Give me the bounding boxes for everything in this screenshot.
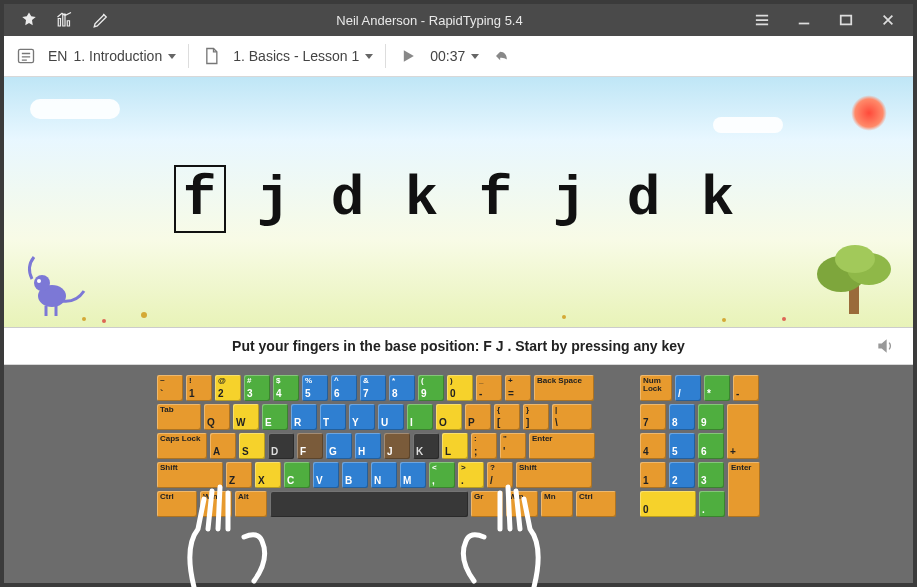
key-space[interactable]: [270, 491, 468, 517]
key-b[interactable]: B: [342, 462, 368, 488]
key-9[interactable]: 9: [698, 404, 724, 430]
key-[interactable]: <,: [429, 462, 455, 488]
key-6[interactable]: ^6: [331, 375, 357, 401]
speaker-icon[interactable]: [875, 336, 895, 356]
key-[interactable]: +: [727, 404, 759, 459]
key-[interactable]: {[: [494, 404, 520, 430]
key-win[interactable]: Win: [200, 491, 232, 517]
key-x[interactable]: X: [255, 462, 281, 488]
key-[interactable]: -: [733, 375, 759, 401]
key-ctrl[interactable]: Ctrl: [157, 491, 197, 517]
key-0[interactable]: 0: [640, 491, 696, 517]
key-d[interactable]: D: [268, 433, 294, 459]
key-t[interactable]: T: [320, 404, 346, 430]
key-6[interactable]: 6: [698, 433, 724, 459]
key-l[interactable]: L: [442, 433, 468, 459]
key-3[interactable]: #3: [244, 375, 270, 401]
key-5[interactable]: 5: [669, 433, 695, 459]
key-m[interactable]: M: [400, 462, 426, 488]
key-o[interactable]: O: [436, 404, 462, 430]
key-[interactable]: "': [500, 433, 526, 459]
key-[interactable]: :;: [471, 433, 497, 459]
key-a[interactable]: A: [210, 433, 236, 459]
key-mn[interactable]: Mn: [541, 491, 573, 517]
key-8[interactable]: 8: [669, 404, 695, 430]
key-5[interactable]: %5: [302, 375, 328, 401]
key-n[interactable]: N: [371, 462, 397, 488]
key-[interactable]: >.: [458, 462, 484, 488]
key-z[interactable]: Z: [226, 462, 252, 488]
key-[interactable]: *: [704, 375, 730, 401]
keyboard-row1: ~`!1@2#3$4%5^6&7*8(9)0_-+=Back Space: [157, 375, 616, 401]
titlebar-left: [4, 11, 110, 29]
key-7[interactable]: &7: [360, 375, 386, 401]
lesson-selector[interactable]: 1. Basics - Lesson 1: [233, 48, 373, 64]
key-2[interactable]: @2: [215, 375, 241, 401]
key-1[interactable]: !1: [186, 375, 212, 401]
svg-point-3: [34, 275, 50, 291]
keyboard-panel: ~`!1@2#3$4%5^6&7*8(9)0_-+=Back SpaceTabQ…: [4, 365, 913, 583]
key-4[interactable]: 4: [640, 433, 666, 459]
key-7[interactable]: 7: [640, 404, 666, 430]
key-shift[interactable]: Shift: [157, 462, 223, 488]
key-8[interactable]: *8: [389, 375, 415, 401]
key-alt[interactable]: Alt: [235, 491, 267, 517]
app-logo-icon[interactable]: [20, 11, 38, 29]
key-win[interactable]: Win: [506, 491, 538, 517]
key-k[interactable]: K: [413, 433, 439, 459]
play-button[interactable]: [398, 46, 418, 66]
key-[interactable]: ~`: [157, 375, 183, 401]
course-list-icon[interactable]: [16, 46, 36, 66]
maximize-button[interactable]: [833, 7, 859, 33]
key-gr[interactable]: Gr: [471, 491, 503, 517]
course-selector[interactable]: EN 1. Introduction: [48, 48, 176, 64]
key-0[interactable]: )0: [447, 375, 473, 401]
menu-icon[interactable]: [749, 7, 775, 33]
undo-button[interactable]: [491, 46, 511, 66]
key-q[interactable]: Q: [204, 404, 230, 430]
key-4[interactable]: $4: [273, 375, 299, 401]
key-9[interactable]: (9: [418, 375, 444, 401]
key-ctrl[interactable]: Ctrl: [576, 491, 616, 517]
key-s[interactable]: S: [239, 433, 265, 459]
key-v[interactable]: V: [313, 462, 339, 488]
key-p[interactable]: P: [465, 404, 491, 430]
key-e[interactable]: E: [262, 404, 288, 430]
key-c[interactable]: C: [284, 462, 310, 488]
key-h[interactable]: H: [355, 433, 381, 459]
key-g[interactable]: G: [326, 433, 352, 459]
key-[interactable]: +=: [505, 375, 531, 401]
key-tab[interactable]: Tab: [157, 404, 201, 430]
key-[interactable]: /: [675, 375, 701, 401]
key-[interactable]: .: [699, 491, 725, 517]
lesson-file-icon[interactable]: [201, 46, 221, 66]
key-[interactable]: }]: [523, 404, 549, 430]
key-numlock[interactable]: Num Lock: [640, 375, 672, 401]
close-button[interactable]: [875, 7, 901, 33]
timer-selector[interactable]: 00:37: [430, 48, 479, 64]
key-w[interactable]: W: [233, 404, 259, 430]
statistics-icon[interactable]: [56, 11, 74, 29]
key-u[interactable]: U: [378, 404, 404, 430]
key-backspace[interactable]: Back Space: [534, 375, 594, 401]
key-enter[interactable]: Enter: [529, 433, 595, 459]
key-enter[interactable]: Enter: [728, 462, 760, 517]
minimize-button[interactable]: [791, 7, 817, 33]
key-1[interactable]: 1: [640, 462, 666, 488]
key-shift[interactable]: Shift: [516, 462, 592, 488]
key-r[interactable]: R: [291, 404, 317, 430]
key-i[interactable]: I: [407, 404, 433, 430]
key-capslock[interactable]: Caps Lock: [157, 433, 207, 459]
editor-icon[interactable]: [92, 11, 110, 29]
titlebar: Neil Anderson - RapidTyping 5.4: [4, 4, 913, 36]
key-[interactable]: ?/: [487, 462, 513, 488]
key-3[interactable]: 3: [698, 462, 724, 488]
typing-char: j: [550, 167, 590, 231]
key-f[interactable]: F: [297, 433, 323, 459]
key-[interactable]: |\: [552, 404, 592, 430]
key-j[interactable]: J: [384, 433, 410, 459]
key-[interactable]: _-: [476, 375, 502, 401]
svg-rect-0: [841, 16, 852, 25]
key-2[interactable]: 2: [669, 462, 695, 488]
key-y[interactable]: Y: [349, 404, 375, 430]
